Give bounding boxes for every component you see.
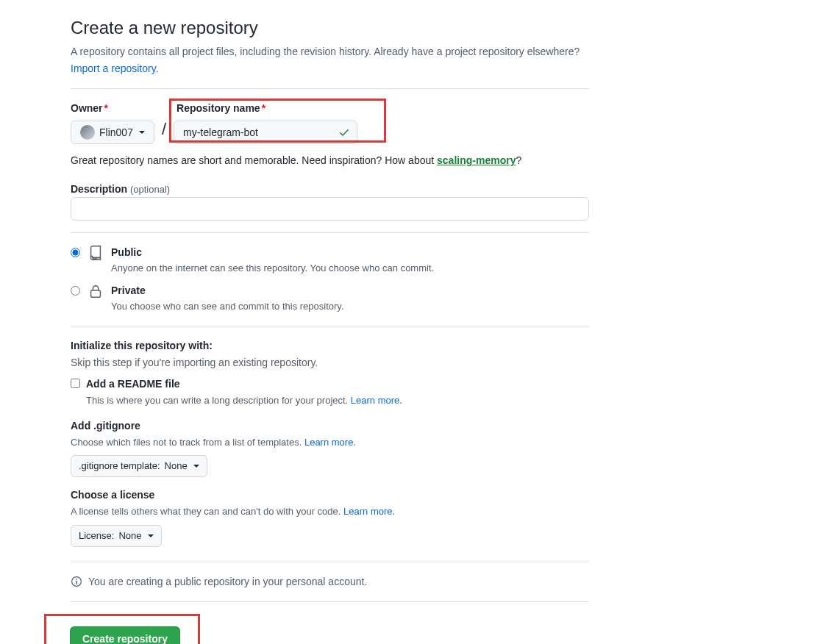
public-radio[interactable]	[71, 248, 80, 257]
license-learn-link[interactable]: Learn more.	[343, 506, 395, 517]
divider	[71, 88, 589, 89]
description-input[interactable]	[71, 197, 589, 221]
highlight-annotation: Create repository	[44, 614, 200, 645]
check-icon	[338, 126, 350, 138]
slash-separator: /	[162, 117, 166, 141]
description-label: Description (optional)	[71, 183, 170, 195]
gitignore-select-button[interactable]: .gitignore template: None	[71, 455, 207, 477]
divider	[71, 562, 589, 562]
divider	[71, 326, 589, 326]
import-link[interactable]: Import a repository.	[71, 62, 159, 74]
gitignore-label: Add .gitignore	[71, 418, 589, 434]
private-sub: You choose who can see and commit to thi…	[111, 301, 344, 312]
private-radio[interactable]	[71, 286, 80, 296]
repo-icon	[88, 245, 104, 261]
caret-down-icon	[193, 465, 199, 468]
info-text: You are creating a public repository in …	[88, 574, 367, 590]
svg-rect-0	[91, 290, 101, 297]
lock-icon	[88, 283, 104, 299]
suggestion-link[interactable]: scaling-memory	[437, 154, 516, 166]
avatar	[80, 125, 95, 140]
gitignore-learn-link[interactable]: Learn more.	[304, 437, 356, 448]
public-title: Public	[111, 245, 434, 260]
license-select-button[interactable]: License: None	[71, 525, 162, 547]
create-repository-button[interactable]: Create repository	[70, 626, 180, 645]
repo-name-label: Repository name*	[177, 101, 357, 116]
readme-sub: This is where you can write a long descr…	[86, 393, 402, 408]
init-title: Initialize this repository with:	[71, 338, 589, 354]
readme-checkbox[interactable]	[71, 379, 80, 388]
readme-learn-link[interactable]: Learn more.	[351, 395, 402, 406]
private-title: Private	[111, 283, 344, 298]
page-subtitle: A repository contains all project files,…	[71, 44, 589, 60]
repo-name-input[interactable]	[174, 121, 357, 144]
caret-down-icon	[139, 131, 145, 134]
readme-label: Add a README file	[86, 376, 402, 392]
name-hint: Great repository names are short and mem…	[71, 153, 589, 168]
divider	[71, 601, 589, 602]
init-sub: Skip this step if you're importing an ex…	[71, 355, 589, 371]
owner-value: Flin007	[99, 125, 133, 140]
owner-select-button[interactable]: Flin007	[71, 121, 154, 144]
gitignore-sub: Choose which files not to track from a l…	[71, 435, 589, 450]
caret-down-icon	[148, 534, 154, 537]
info-icon	[71, 576, 82, 587]
public-sub: Anyone on the internet can see this repo…	[111, 262, 434, 273]
owner-label: Owner*	[71, 101, 154, 116]
license-sub: A license tells others what they can and…	[71, 504, 589, 519]
divider	[71, 232, 589, 233]
license-label: Choose a license	[71, 487, 589, 503]
page-title: Create a new repository	[71, 15, 589, 41]
